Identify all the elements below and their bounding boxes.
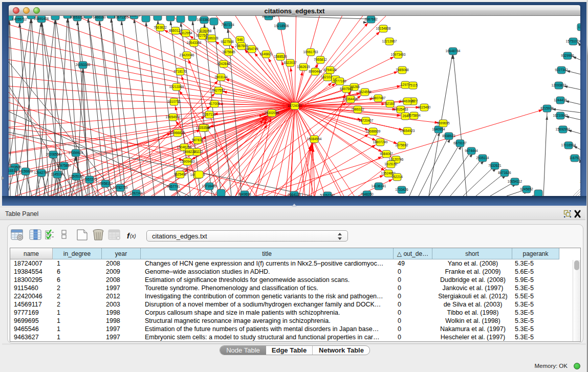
svg-text:1244415: 1244415 [554, 98, 567, 102]
svg-text:12213967: 12213967 [382, 39, 397, 43]
svg-text:8849696: 8849696 [238, 192, 251, 196]
svg-text:7986322: 7986322 [351, 107, 364, 111]
svg-text:2935114: 2935114 [476, 156, 489, 160]
svg-text:10958167: 10958167 [98, 182, 113, 185]
svg-text:9146821: 9146821 [259, 52, 273, 56]
svg-text:10807487: 10807487 [371, 96, 386, 100]
svg-text:10961763: 10961763 [303, 50, 318, 54]
svg-text:6497568: 6497568 [340, 87, 353, 91]
svg-text:14055712: 14055712 [12, 17, 27, 21]
svg-text:12505195: 12505195 [69, 174, 84, 178]
svg-text:20206556: 20206556 [46, 152, 61, 156]
svg-text:(x): (x) [130, 233, 136, 239]
svg-text:7515546: 7515546 [127, 16, 141, 17]
svg-text:26053346: 26053346 [76, 63, 91, 67]
svg-text:1588520: 1588520 [274, 55, 287, 58]
svg-text:9777169: 9777169 [333, 79, 346, 83]
svg-text:116753: 116753 [569, 156, 580, 160]
svg-text:1112: 1112 [578, 25, 580, 29]
svg-text:17016504: 17016504 [561, 143, 576, 147]
svg-text:7955812: 7955812 [314, 58, 327, 61]
svg-text:1362615: 1362615 [297, 65, 310, 69]
svg-text:9575804: 9575804 [407, 114, 421, 117]
svg-text:2718176: 2718176 [173, 70, 187, 73]
svg-text:6879197: 6879197 [453, 141, 467, 145]
svg-text:0564139: 0564139 [288, 193, 301, 196]
svg-text:10543362: 10543362 [187, 41, 202, 45]
svg-text:1075692: 1075692 [395, 143, 408, 147]
svg-text:15692991: 15692991 [556, 127, 571, 131]
svg-text:10975857: 10975857 [57, 164, 72, 167]
svg-text:9699695: 9699695 [437, 121, 450, 125]
svg-text:25302035: 25302035 [265, 111, 279, 115]
svg-text:417006: 417006 [209, 102, 220, 105]
svg-text:1640954: 1640954 [432, 127, 445, 131]
svg-text:3875685: 3875685 [222, 50, 235, 54]
svg-text:252214: 252214 [391, 175, 403, 179]
svg-text:7485068: 7485068 [396, 68, 409, 72]
svg-text:10025453: 10025453 [394, 107, 408, 111]
svg-text:9327508: 9327508 [221, 40, 234, 43]
svg-text:19218506: 19218506 [274, 24, 289, 28]
svg-text:10154808: 10154808 [376, 27, 391, 30]
svg-text:16033809: 16033809 [197, 18, 212, 21]
svg-text:7557224: 7557224 [221, 23, 234, 27]
svg-text:9329966: 9329966 [561, 54, 574, 57]
svg-text:1282344: 1282344 [129, 191, 143, 195]
svg-text:3624554: 3624554 [358, 90, 372, 94]
svg-text:1733426: 1733426 [395, 188, 408, 191]
svg-text:8813054: 8813054 [262, 16, 275, 18]
svg-text:62160: 62160 [385, 102, 395, 105]
svg-text:15720407: 15720407 [359, 119, 374, 122]
svg-text:18724007: 18724007 [288, 104, 302, 107]
svg-text:9115460: 9115460 [418, 105, 431, 109]
svg-text:23420046: 23420046 [180, 53, 194, 57]
svg-text:546: 546 [237, 38, 243, 41]
svg-text:8471626: 8471626 [498, 171, 511, 174]
svg-text:12213369: 12213369 [169, 85, 184, 89]
svg-text:8186328: 8186328 [205, 36, 219, 40]
svg-text:8938923: 8938923 [442, 134, 455, 138]
svg-text:1498222: 1498222 [183, 150, 196, 154]
svg-text:53767242: 53767242 [320, 193, 335, 196]
svg-text:10973493: 10973493 [391, 53, 406, 56]
svg-text:9457791: 9457791 [167, 185, 180, 188]
svg-text:7648350: 7648350 [360, 192, 374, 196]
svg-text:16210643: 16210643 [553, 114, 568, 117]
svg-text:8215938: 8215938 [540, 106, 554, 110]
svg-text:12093872: 12093872 [552, 83, 567, 87]
svg-text:9474444: 9474444 [465, 149, 478, 152]
svg-text:13716485: 13716485 [202, 184, 217, 188]
svg-text:21364436: 21364436 [343, 97, 358, 101]
svg-text:19384554: 19384554 [307, 137, 322, 141]
svg-text:19463627: 19463627 [400, 99, 415, 103]
svg-text:11966825: 11966825 [170, 131, 185, 135]
svg-text:587832: 587832 [192, 138, 203, 142]
svg-text:9245652: 9245652 [520, 187, 533, 191]
svg-text:3912954: 3912954 [179, 31, 192, 35]
svg-text:8990448: 8990448 [309, 70, 322, 73]
svg-text:19654932: 19654932 [166, 115, 181, 119]
svg-text:1610755: 1610755 [167, 100, 181, 103]
svg-text:19654923: 19654923 [400, 129, 415, 133]
svg-text:17359924: 17359924 [69, 151, 83, 155]
svg-text:10671355: 10671355 [114, 16, 129, 19]
svg-text:15909483: 15909483 [180, 160, 195, 163]
svg-text:75115: 75115 [408, 83, 418, 87]
svg-text:15751074: 15751074 [566, 39, 580, 43]
svg-text:2087682: 2087682 [364, 17, 378, 21]
svg-text:3267110: 3267110 [203, 113, 216, 116]
svg-text:10654112: 10654112 [508, 180, 522, 183]
svg-text:17957275: 17957275 [82, 178, 97, 181]
svg-text:14136141: 14136141 [372, 184, 386, 188]
svg-text:9242848: 9242848 [217, 62, 230, 65]
svg-text:12942757: 12942757 [34, 171, 49, 174]
svg-text:20691406: 20691406 [34, 17, 49, 20]
svg-text:9084067: 9084067 [380, 152, 393, 156]
svg-text:7663822: 7663822 [154, 26, 167, 29]
svg-text:11156829: 11156829 [18, 169, 33, 173]
svg-text:2691669: 2691669 [580, 180, 580, 183]
svg-text:6794028: 6794028 [323, 68, 337, 72]
svg-text:6322037: 6322037 [284, 61, 297, 64]
svg-text:16782759: 16782759 [113, 186, 128, 189]
